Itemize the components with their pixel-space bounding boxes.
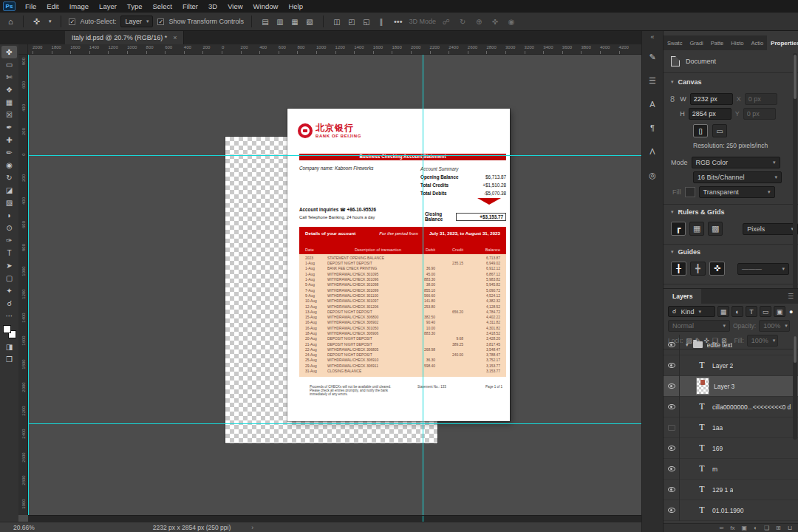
layer-row[interactable]: T01.01.1990 <box>664 500 798 521</box>
layers-scrollbar[interactable] <box>793 336 797 440</box>
panel-tab-properties[interactable]: Properties <box>767 35 798 50</box>
panel-tab-actio[interactable]: Actio <box>747 35 767 50</box>
layer-row[interactable]: ▾edite text <box>664 335 798 355</box>
path-select-tool[interactable]: ➤ <box>1 259 17 272</box>
lasso-tool[interactable]: ✄ <box>1 71 17 83</box>
layer-row[interactable]: Layer 3 <box>664 376 798 397</box>
shape-tool[interactable]: ▢ <box>1 272 17 284</box>
panel-tab-patte[interactable]: Patte <box>707 35 728 50</box>
link-layers-icon[interactable]: ∞ <box>720 525 724 531</box>
menu-item[interactable]: Layer <box>94 0 122 13</box>
guide-horizontal-top[interactable] <box>28 155 641 156</box>
layer-name[interactable]: m <box>712 466 717 473</box>
eye-hidden-icon[interactable] <box>668 425 675 431</box>
layer-visibility-toggle[interactable] <box>664 355 680 376</box>
collapsed-panel-character-icon[interactable]: A <box>644 97 661 112</box>
distribute-bottom-edges-icon[interactable]: ◱ <box>361 18 372 26</box>
filter-shape-layers-icon[interactable]: ▭ <box>760 306 771 317</box>
layers-tab[interactable]: Layers <box>664 289 701 304</box>
quick-mask-icon[interactable]: ◨ <box>1 341 17 353</box>
layer-row[interactable]: Tcilla0000000...<<<<<<<<0 d <box>664 397 798 417</box>
eye-icon[interactable] <box>668 404 675 409</box>
layer-visibility-toggle[interactable] <box>664 459 680 480</box>
layer-name[interactable]: 129 1 a <box>712 486 733 494</box>
filter-toggle-icon[interactable]: ● <box>789 308 793 316</box>
units-dropdown[interactable]: Pixels ▾ <box>743 223 798 235</box>
eye-icon[interactable] <box>668 342 675 347</box>
3d-camera-icon[interactable]: ◉ <box>505 18 517 26</box>
frame-tool[interactable]: ☒ <box>1 109 17 121</box>
panel-tab-swatc[interactable]: Swatc <box>664 35 686 50</box>
menu-item[interactable]: Edit <box>41 0 64 13</box>
layers-menu-icon[interactable]: ☰ <box>788 293 794 300</box>
menu-item[interactable]: Type <box>122 0 148 13</box>
layer-name[interactable]: Layer 2 <box>712 362 733 369</box>
collapsed-panel-glyphs-icon[interactable]: Λ <box>644 144 661 159</box>
clone-stamp-tool[interactable]: ◉ <box>1 159 17 171</box>
filter-type-layers-icon[interactable]: T <box>746 306 757 317</box>
layer-effects-icon[interactable]: fx <box>730 525 734 531</box>
show-transform-checkbox[interactable]: ✓ <box>157 18 164 25</box>
portrait-orientation-button[interactable]: ▯ <box>693 124 708 137</box>
grid-toggle-icon[interactable]: ▦ <box>689 222 704 236</box>
document-viewport[interactable]: 北京银行 BANK OF BEIJING Business Checking A… <box>28 55 641 515</box>
rulers-grids-section-header[interactable]: ▾ Rulers & Grids <box>664 208 798 216</box>
zoom-level[interactable]: 20.66% <box>13 524 35 531</box>
vertical-ruler[interactable]: 8006004002000200400600800100012001400160… <box>18 55 28 515</box>
marquee-tool[interactable]: ▭ <box>1 58 17 71</box>
pen-tool[interactable]: ✑ <box>1 234 17 247</box>
layer-visibility-toggle[interactable] <box>664 335 680 355</box>
layer-mask-icon[interactable]: ▣ <box>741 525 747 531</box>
group-expand-icon[interactable]: ▾ <box>686 342 689 348</box>
menu-item[interactable]: File <box>20 0 41 13</box>
panel-tab-histo[interactable]: Histo <box>727 35 747 50</box>
3d-orbit-icon[interactable]: ☍ <box>440 18 452 26</box>
layer-row[interactable]: Tm <box>664 459 798 480</box>
align-horizontal-centers-icon[interactable]: ▥ <box>274 18 286 26</box>
eye-icon[interactable] <box>668 508 675 513</box>
horizontal-scrollbar[interactable] <box>28 515 641 522</box>
menu-item[interactable]: View <box>222 0 248 13</box>
horizontal-ruler[interactable]: 2000180016001400120010008006004002000200… <box>28 44 641 55</box>
foreground-background-swatches[interactable] <box>3 325 16 338</box>
fill-swatch[interactable] <box>685 187 695 197</box>
expand-panels-icon[interactable]: « <box>650 33 654 41</box>
status-chevron-icon[interactable]: › <box>251 524 253 531</box>
layer-visibility-toggle[interactable] <box>664 480 680 500</box>
object-selection-tool[interactable]: ❖ <box>1 83 17 96</box>
distribute-horizontal-icon[interactable]: ∥ <box>375 18 387 26</box>
eye-icon[interactable] <box>668 383 675 389</box>
align-right-edges-icon[interactable]: ▦ <box>289 18 301 26</box>
menu-item[interactable]: Select <box>147 0 177 13</box>
distribute-vertical-centers-icon[interactable]: ◰ <box>346 18 358 26</box>
link-dimensions-icon[interactable]: 8 <box>670 95 675 103</box>
guide-vertical-left[interactable] <box>28 55 29 515</box>
layer-visibility-toggle[interactable] <box>664 417 680 438</box>
layer-row[interactable]: T1aa <box>664 417 798 438</box>
layer-row[interactable]: TLayer 2 <box>664 355 798 376</box>
layer-visibility-toggle[interactable] <box>664 397 680 417</box>
lock-guides-icon[interactable]: ╋ <box>690 262 706 276</box>
document-tab[interactable]: Italy id.psd @ 20.7% (RGB/16) * × <box>65 31 184 44</box>
close-icon[interactable]: × <box>173 34 177 41</box>
guides-toggle-icon[interactable]: ╂ <box>671 262 686 276</box>
clear-guides-icon[interactable]: ✜ <box>709 262 725 276</box>
eye-icon[interactable] <box>668 363 675 368</box>
eraser-tool[interactable]: ◪ <box>1 184 17 197</box>
auto-select-checkbox[interactable]: ✓ <box>69 18 75 25</box>
adjustment-layer-icon[interactable]: ◐ <box>754 525 757 531</box>
foreground-color-swatch[interactable] <box>3 325 11 333</box>
guides-section-header[interactable]: ▾ Guides <box>664 248 798 256</box>
eye-icon[interactable] <box>668 446 675 451</box>
filter-pixel-layers-icon[interactable]: ▦ <box>717 306 729 317</box>
layer-name[interactable]: edite text <box>707 341 733 349</box>
menu-item[interactable]: Help <box>283 0 308 13</box>
properties-scrollbar[interactable] <box>793 53 797 301</box>
fill-dropdown[interactable]: Transparent ▾ <box>699 186 775 198</box>
pixel-grid-toggle-icon[interactable]: ▩ <box>708 222 723 236</box>
more-options-icon[interactable]: ••• <box>392 17 405 26</box>
delete-layer-icon[interactable]: ⊔ <box>788 525 792 531</box>
home-icon[interactable]: ⌂ <box>6 17 16 26</box>
eyedropper-tool[interactable]: ✒ <box>1 121 17 134</box>
history-brush-tool[interactable]: ↻ <box>1 171 17 184</box>
